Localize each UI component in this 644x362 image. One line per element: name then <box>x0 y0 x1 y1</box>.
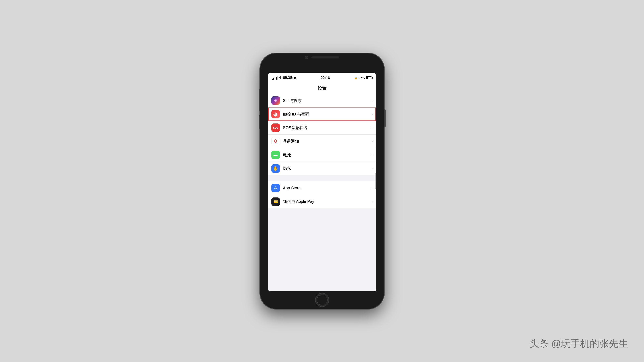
appstore-chevron: › <box>372 186 373 190</box>
volume-up-button[interactable] <box>259 97 260 111</box>
signal-bar-2 <box>274 78 274 80</box>
home-button[interactable] <box>315 293 329 307</box>
camera-dot <box>305 56 308 59</box>
wifi-icon: ⊗ <box>294 76 296 80</box>
exposure-label: 暴露通知 <box>283 139 370 144</box>
notch-area <box>305 56 339 59</box>
power-button[interactable] <box>384 109 386 127</box>
volume-down-button[interactable] <box>259 115 260 129</box>
wallet-icon: 💳 <box>272 197 280 206</box>
wallet-symbol: 💳 <box>274 199 278 204</box>
signal-bar-3 <box>274 77 276 80</box>
scroll-indicator <box>375 173 376 189</box>
settings-row-wallet[interactable]: 💳 钱包与 Apple Pay › <box>268 195 376 208</box>
settings-group-1: Siri 与搜索 › ◕ 触控 ID 与密码 › SOS SOS紧急联络 <box>268 94 376 175</box>
settings-content: Siri 与搜索 › ◕ 触控 ID 与密码 › SOS SOS紧急联络 <box>268 94 376 292</box>
signal-bar-4 <box>276 77 276 80</box>
touchid-icon: ◕ <box>272 110 280 118</box>
privacy-label: 隐私 <box>283 166 370 171</box>
status-bar: 中国移动 ⊗ 22:16 🔒 37% <box>268 73 376 83</box>
carrier-label: 中国移动 <box>279 76 292 80</box>
battery-icon <box>366 76 372 79</box>
battery-chevron: › <box>372 153 373 157</box>
page-title-bar: 设置 <box>268 83 376 94</box>
home-button-area <box>315 291 329 309</box>
exposure-symbol: ⚙ <box>274 139 278 144</box>
touchid-label: 触控 ID 与密码 <box>283 111 370 117</box>
svg-point-3 <box>275 100 276 101</box>
privacy-icon: ✋ <box>272 164 280 173</box>
signal-bars <box>272 76 278 80</box>
settings-row-siri[interactable]: Siri 与搜索 › <box>268 94 376 107</box>
status-right: 🔒 37% <box>354 76 372 80</box>
speaker-bar <box>311 56 339 58</box>
status-left: 中国移动 ⊗ <box>272 76 296 80</box>
siri-icon <box>272 96 280 105</box>
settings-row-privacy[interactable]: ✋ 隐私 › <box>268 162 376 175</box>
status-time: 22:16 <box>321 76 330 80</box>
appstore-symbol: A <box>274 186 277 190</box>
signal-bar-1 <box>272 79 273 80</box>
privacy-symbol: ✋ <box>273 166 278 171</box>
siri-chevron: › <box>372 98 373 103</box>
lock-icon: 🔒 <box>354 76 358 79</box>
iphone-shell: 中国移动 ⊗ 22:16 🔒 37% 设置 <box>260 53 384 309</box>
settings-row-exposure[interactable]: ⚙ 暴露通知 › <box>268 135 376 148</box>
sos-chevron: › <box>372 126 373 130</box>
wallet-chevron: › <box>372 199 373 204</box>
page-title: 设置 <box>318 85 326 91</box>
siri-svg <box>273 98 278 103</box>
siri-label: Siri 与搜索 <box>283 98 370 103</box>
sos-icon: SOS <box>272 123 280 132</box>
appstore-label: App Store <box>283 186 370 190</box>
sos-text: SOS <box>273 126 278 129</box>
exposure-chevron: › <box>372 139 373 143</box>
battery-label: 电池 <box>283 152 370 158</box>
settings-row-appstore[interactable]: A App Store › <box>268 181 376 195</box>
watermark: 头条 @玩手机的张先生 <box>530 337 628 350</box>
appstore-icon: A <box>272 184 280 192</box>
settings-row-sos[interactable]: SOS SOS紧急联络 › <box>268 121 376 135</box>
signal-bar-5 <box>277 76 278 80</box>
battery-symbol: ▬ <box>274 153 278 157</box>
settings-group-2: A App Store › 💳 钱包与 Apple Pay › <box>268 181 376 208</box>
exposure-icon: ⚙ <box>272 137 280 145</box>
screen: 中国移动 ⊗ 22:16 🔒 37% 设置 <box>268 73 376 292</box>
wallet-label: 钱包与 Apple Pay <box>283 199 370 204</box>
home-button-inner <box>317 295 328 305</box>
fingerprint-symbol: ◕ <box>273 111 278 117</box>
group-spacer <box>268 175 376 181</box>
sos-label: SOS紧急联络 <box>283 125 370 130</box>
settings-row-touchid[interactable]: ◕ 触控 ID 与密码 › <box>268 107 376 121</box>
battery-row-icon: ▬ <box>272 151 280 159</box>
battery-fill <box>366 77 368 79</box>
touchid-chevron: › <box>372 112 373 116</box>
settings-row-battery[interactable]: ▬ 电池 › <box>268 148 376 162</box>
battery-percent: 37% <box>358 76 364 80</box>
privacy-chevron: › <box>372 166 373 171</box>
